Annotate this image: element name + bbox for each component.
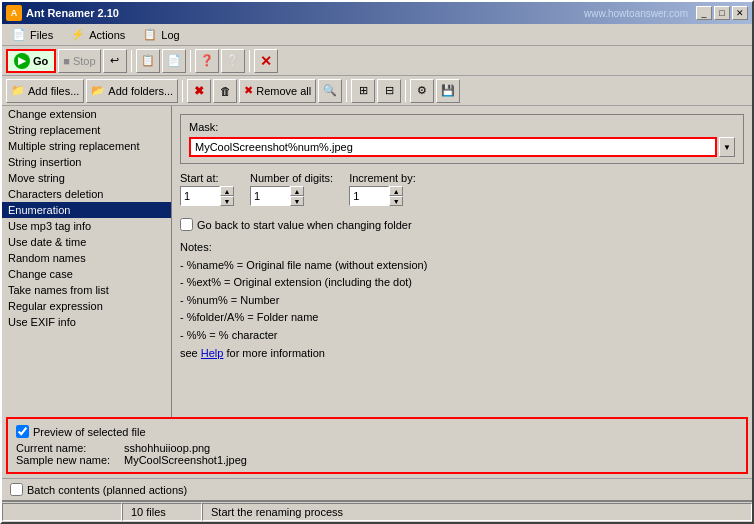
grid1-button[interactable]: ⊞ xyxy=(351,79,375,103)
go-back-checkbox[interactable] xyxy=(180,218,193,231)
toolbar-main: ▶ Go ■ Stop ↩ 📋 📄 ❓ ❔ ✕ xyxy=(2,46,752,76)
current-name-row: Current name: sshohhuiioop.png xyxy=(16,442,738,454)
sidebar-item-move-string[interactable]: Move string xyxy=(2,170,171,186)
toolbar-files: 📁 Add files... 📂 Add folders... ✖ 🗑 ✖ Re… xyxy=(2,76,752,106)
start-at-up[interactable]: ▲ xyxy=(220,186,234,196)
menu-log[interactable]: 📋 Log xyxy=(135,26,187,43)
go-button[interactable]: ▶ Go xyxy=(6,49,56,73)
toolbar-sep-2 xyxy=(190,50,191,72)
del-all-icon: 🗑 xyxy=(220,85,231,97)
del-selected-icon: ✖ xyxy=(194,84,204,98)
main-area: Change extension String replacement Mult… xyxy=(2,106,752,417)
sample-new-label: Sample new name: xyxy=(16,454,116,466)
note-3: - %num% = Number xyxy=(180,292,744,310)
close-toolbar-button[interactable]: ✕ xyxy=(254,49,278,73)
title-bar: A Ant Renamer 2.10 www.howtoanswer.com _… xyxy=(2,2,752,24)
preview-header: Preview of selected file xyxy=(16,425,738,438)
del-selected-button[interactable]: ✖ xyxy=(187,79,211,103)
increment-down[interactable]: ▼ xyxy=(389,196,403,206)
batch-bar: Batch contents (planned actions) xyxy=(2,478,752,500)
log-icon: 📋 xyxy=(143,28,157,41)
status-empty xyxy=(2,503,122,521)
menu-actions[interactable]: ⚡ Actions xyxy=(63,26,133,43)
toolbar-sep-3 xyxy=(249,50,250,72)
num-digits-input[interactable] xyxy=(250,186,290,206)
sample-new-name-row: Sample new name: MyCoolScreenshot1.jpeg xyxy=(16,454,738,466)
toolbar2-sep-3 xyxy=(405,80,406,102)
undo-button[interactable]: ↩ xyxy=(103,49,127,73)
help2-icon: ❔ xyxy=(226,54,240,67)
options-icon: ⚙ xyxy=(417,84,427,97)
sidebar-item-characters-deletion[interactable]: Characters deletion xyxy=(2,186,171,202)
note-5: - %% = % character xyxy=(180,327,744,345)
start-at-group: Start at: ▲ ▼ xyxy=(180,172,234,206)
sidebar-item-regex[interactable]: Regular expression xyxy=(2,298,171,314)
stop-button[interactable]: ■ Stop xyxy=(58,49,100,73)
help1-icon: ❓ xyxy=(200,54,214,67)
main-window: A Ant Renamer 2.10 www.howtoanswer.com _… xyxy=(0,0,754,524)
search-button[interactable]: 🔍 xyxy=(318,79,342,103)
sidebar-item-string-replacement[interactable]: String replacement xyxy=(2,122,171,138)
grid2-button[interactable]: ⊟ xyxy=(377,79,401,103)
toolbar-sep-1 xyxy=(131,50,132,72)
options-button[interactable]: ⚙ xyxy=(410,79,434,103)
content-area: Mask: ▼ Start at: ▲ ▼ xyxy=(172,106,752,417)
copy1-button[interactable]: 📋 xyxy=(136,49,160,73)
preview-label: Preview of selected file xyxy=(33,426,146,438)
start-at-down[interactable]: ▼ xyxy=(220,196,234,206)
increment-input[interactable] xyxy=(349,186,389,206)
sidebar-item-take-names[interactable]: Take names from list xyxy=(2,282,171,298)
start-at-input[interactable] xyxy=(180,186,220,206)
increment-up[interactable]: ▲ xyxy=(389,186,403,196)
mask-input[interactable] xyxy=(189,137,717,157)
grid1-icon: ⊞ xyxy=(359,84,368,97)
num-digits-down[interactable]: ▼ xyxy=(290,196,304,206)
sidebar-item-mp3-tag[interactable]: Use mp3 tag info xyxy=(2,218,171,234)
title-buttons: _ □ ✕ xyxy=(696,6,748,20)
add-files-button[interactable]: 📁 Add files... xyxy=(6,79,84,103)
preview-section: Preview of selected file Current name: s… xyxy=(6,417,748,474)
sample-new-value: MyCoolScreenshot1.jpeg xyxy=(124,454,247,466)
sidebar-item-date-time[interactable]: Use date & time xyxy=(2,234,171,250)
note-6: see Help for more information xyxy=(180,345,744,363)
go-back-label: Go back to start value when changing fol… xyxy=(197,219,412,231)
add-folders-icon: 📂 xyxy=(91,84,105,97)
help2-button[interactable]: ❔ xyxy=(221,49,245,73)
menu-files[interactable]: 📄 Files xyxy=(4,26,61,43)
mask-dropdown[interactable]: ▼ xyxy=(719,137,735,157)
help-link[interactable]: Help xyxy=(201,347,224,359)
add-files-icon: 📁 xyxy=(11,84,25,97)
batch-checkbox[interactable] xyxy=(10,483,23,496)
copy1-icon: 📋 xyxy=(141,54,155,67)
note-2: - %ext% = Original extension (including … xyxy=(180,274,744,292)
del-all-button[interactable]: 🗑 xyxy=(213,79,237,103)
copy2-button[interactable]: 📄 xyxy=(162,49,186,73)
help1-button[interactable]: ❓ xyxy=(195,49,219,73)
sidebar-item-change-case[interactable]: Change case xyxy=(2,266,171,282)
sidebar-item-exif[interactable]: Use EXIF info xyxy=(2,314,171,330)
num-digits-up[interactable]: ▲ xyxy=(290,186,304,196)
remove-all-button[interactable]: ✖ Remove all xyxy=(239,79,316,103)
sidebar-item-enumeration[interactable]: Enumeration xyxy=(2,202,171,218)
save-button[interactable]: 💾 xyxy=(436,79,460,103)
title-url: www.howtoanswer.com xyxy=(584,8,688,19)
status-action: Start the renaming process xyxy=(202,503,752,521)
status-file-count: 10 files xyxy=(122,503,202,521)
maximize-button[interactable]: □ xyxy=(714,6,730,20)
toolbar2-sep-2 xyxy=(346,80,347,102)
sidebar-item-multiple-string[interactable]: Multiple string replacement xyxy=(2,138,171,154)
files-icon: 📄 xyxy=(12,28,26,41)
preview-checkbox[interactable] xyxy=(16,425,29,438)
minimize-button[interactable]: _ xyxy=(696,6,712,20)
sidebar-item-string-insertion[interactable]: String insertion xyxy=(2,154,171,170)
current-name-value: sshohhuiioop.png xyxy=(124,442,210,454)
sidebar-item-change-extension[interactable]: Change extension xyxy=(2,106,171,122)
add-folders-button[interactable]: 📂 Add folders... xyxy=(86,79,178,103)
close-button[interactable]: ✕ xyxy=(732,6,748,20)
increment-label: Increment by: xyxy=(349,172,416,184)
undo-icon: ↩ xyxy=(110,54,119,67)
sidebar-item-random-names[interactable]: Random names xyxy=(2,250,171,266)
start-at-spinner: ▲ ▼ xyxy=(220,186,234,206)
num-digits-label: Number of digits: xyxy=(250,172,333,184)
close-x-icon: ✕ xyxy=(260,53,272,69)
